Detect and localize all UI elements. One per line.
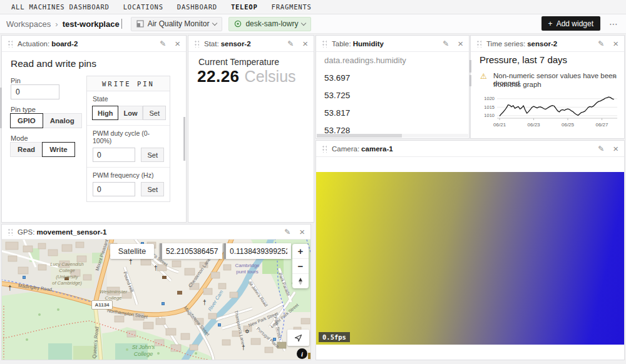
longitude-input[interactable] bbox=[223, 243, 291, 259]
state-high-button[interactable]: High bbox=[92, 106, 118, 120]
scrollbar-thumb[interactable] bbox=[183, 117, 185, 161]
chevron-down-icon bbox=[301, 20, 306, 25]
mode-write-button[interactable]: Write bbox=[42, 142, 75, 157]
nav-teleop[interactable]: TELEOP bbox=[231, 3, 258, 11]
nav-all-machines-dashboard[interactable]: ALL MACHINES DASHBOARD bbox=[11, 3, 110, 11]
satellite-toggle-button[interactable]: Satellite bbox=[110, 244, 154, 259]
map-attribution-button[interactable]: i bbox=[297, 348, 307, 359]
svg-text:1010: 1010 bbox=[484, 113, 495, 118]
compass-needle-icon bbox=[297, 278, 304, 285]
map-label-college: Lucy Cavendish bbox=[50, 262, 83, 267]
widget-title: Stat:sensor-2 bbox=[204, 40, 251, 48]
drag-handle-icon[interactable] bbox=[476, 40, 481, 48]
widget-camera-header: Camera:camera-1 ✎ × bbox=[316, 141, 624, 157]
mode-read-button[interactable]: Read bbox=[10, 142, 43, 157]
map-label-college: Westminster bbox=[100, 290, 127, 295]
church-icon: † bbox=[203, 300, 207, 306]
pwm-duty-label: PWM duty cycle (0-100%) bbox=[93, 129, 164, 144]
compass-reset-button[interactable] bbox=[292, 274, 309, 288]
pwm-freq-input[interactable] bbox=[93, 182, 135, 196]
mode-label: Mode bbox=[11, 134, 28, 142]
table-row: 53.697 bbox=[324, 73, 350, 83]
widget-timeseries: Time series:sensor-2 ✎ × Pressure, last … bbox=[470, 35, 625, 139]
gps-map[interactable]: Madingley Road Mount Pleasant Northampto… bbox=[2, 240, 310, 360]
state-low-button[interactable]: Low bbox=[118, 106, 143, 120]
warning-text: from this graph bbox=[493, 81, 541, 88]
zoom-in-button[interactable]: + bbox=[292, 244, 309, 259]
map-monument-icon bbox=[308, 353, 310, 359]
svg-text:06/21: 06/21 bbox=[493, 122, 506, 128]
scrollbar-thumb[interactable] bbox=[317, 134, 402, 138]
map-museum-icon bbox=[177, 291, 182, 295]
close-icon[interactable]: × bbox=[302, 39, 308, 48]
drag-handle-icon[interactable] bbox=[322, 40, 327, 48]
zoom-out-button[interactable]: − bbox=[292, 259, 309, 274]
close-icon[interactable]: × bbox=[299, 227, 305, 236]
widget-gps-header: GPS:movement_sensor-1 ✎ × bbox=[2, 225, 310, 240]
close-icon[interactable]: × bbox=[458, 39, 463, 48]
machine-selector-label: desk-sam-lowry bbox=[245, 19, 298, 28]
nav-locations[interactable]: LOCATIONS bbox=[123, 3, 163, 11]
pwm-duty-input[interactable] bbox=[93, 148, 135, 162]
workspace-name[interactable]: test-workplace bbox=[63, 19, 120, 29]
map-marker bbox=[162, 302, 165, 305]
close-icon[interactable]: × bbox=[175, 39, 180, 48]
map-label-college: (University bbox=[56, 275, 78, 280]
add-widget-button[interactable]: + Add widget bbox=[541, 16, 600, 31]
edit-pencil-icon[interactable]: ✎ bbox=[598, 39, 604, 48]
edit-pencil-icon[interactable]: ✎ bbox=[598, 144, 604, 153]
fragment-selector[interactable]: Air Quality Monitor bbox=[131, 17, 223, 31]
pwm-freq-label: PWM frequency (Hz) bbox=[93, 171, 164, 179]
widget-stat: Stat:sensor-2 ✎ × Current Temperature 22… bbox=[188, 35, 314, 223]
widget-title: GPS:movement_sensor-1 bbox=[18, 228, 106, 236]
breadcrumb-workspaces[interactable]: Workspaces bbox=[6, 19, 51, 29]
drag-handle-icon[interactable] bbox=[8, 40, 13, 48]
church-icon: † bbox=[242, 345, 245, 351]
widget-actuation: Actuation:board-2 ✎ × Read and write pin… bbox=[1, 35, 187, 223]
pwm-freq-set-button[interactable]: Set bbox=[141, 182, 164, 196]
more-menu-button[interactable]: ⋯ bbox=[609, 19, 618, 29]
top-navigation: ALL MACHINES DASHBOARD LOCATIONS DASHBOA… bbox=[0, 0, 626, 14]
machine-status-icon bbox=[234, 20, 242, 28]
scrollbar-thumb[interactable] bbox=[0, 88, 2, 128]
scrollbar-thumb[interactable] bbox=[470, 60, 471, 73]
map-library-icon bbox=[162, 276, 167, 279]
edit-pencil-icon[interactable]: ✎ bbox=[284, 228, 290, 236]
drag-handle-icon[interactable] bbox=[8, 228, 13, 236]
actuation-heading: Read and write pins bbox=[11, 58, 96, 69]
breadcrumb-bar: Workspaces › test-workplace Air Quality … bbox=[0, 14, 626, 34]
stat-label: Current Temperature bbox=[198, 57, 279, 67]
widget-gps: GPS:movement_sensor-1 ✎ × bbox=[1, 224, 311, 360]
drag-handle-icon[interactable] bbox=[322, 145, 327, 153]
pin-type-analog-button[interactable]: Analog bbox=[43, 113, 82, 128]
synagogue-icon: ✡ bbox=[245, 329, 250, 335]
write-pin-title: WRITE PIN bbox=[87, 76, 170, 91]
drag-handle-icon[interactable] bbox=[194, 40, 199, 48]
map-label-poi: punt tours bbox=[236, 270, 259, 275]
map-marker bbox=[23, 276, 26, 279]
horizontal-scrollbar[interactable] bbox=[317, 134, 468, 138]
stat-unit: Celsius bbox=[245, 68, 296, 86]
map-zoom-controls: + − bbox=[292, 244, 309, 288]
latitude-input[interactable] bbox=[160, 243, 222, 259]
locate-me-button[interactable] bbox=[287, 330, 309, 346]
nav-fragments[interactable]: FRAGMENTS bbox=[272, 3, 312, 11]
machine-selector[interactable]: desk-sam-lowry bbox=[228, 17, 311, 31]
dismiss-warning-icon[interactable]: × bbox=[612, 72, 617, 81]
edit-pencil-icon[interactable]: ✎ bbox=[443, 39, 449, 48]
svg-text:1020: 1020 bbox=[484, 96, 495, 101]
state-set-button[interactable]: Set bbox=[143, 106, 166, 120]
widget-timeseries-header: Time series:sensor-2 ✎ × bbox=[471, 36, 624, 52]
edit-pencil-icon[interactable]: ✎ bbox=[160, 39, 166, 48]
nav-dashboard[interactable]: DASHBOARD bbox=[177, 3, 217, 11]
warning-triangle-icon: ⚠ bbox=[480, 72, 487, 81]
pin-input[interactable] bbox=[11, 84, 59, 99]
pin-type-gpio-button[interactable]: GPIO bbox=[10, 113, 43, 128]
close-icon[interactable]: × bbox=[613, 39, 618, 48]
camera-stream-image: 0.5fps bbox=[316, 172, 624, 345]
scrollbar-thumb[interactable] bbox=[470, 75, 471, 86]
edit-pencil-icon[interactable]: ✎ bbox=[287, 39, 294, 48]
svg-text:1015: 1015 bbox=[484, 104, 495, 110]
close-icon[interactable]: × bbox=[613, 144, 618, 153]
pwm-duty-set-button[interactable]: Set bbox=[141, 148, 164, 162]
